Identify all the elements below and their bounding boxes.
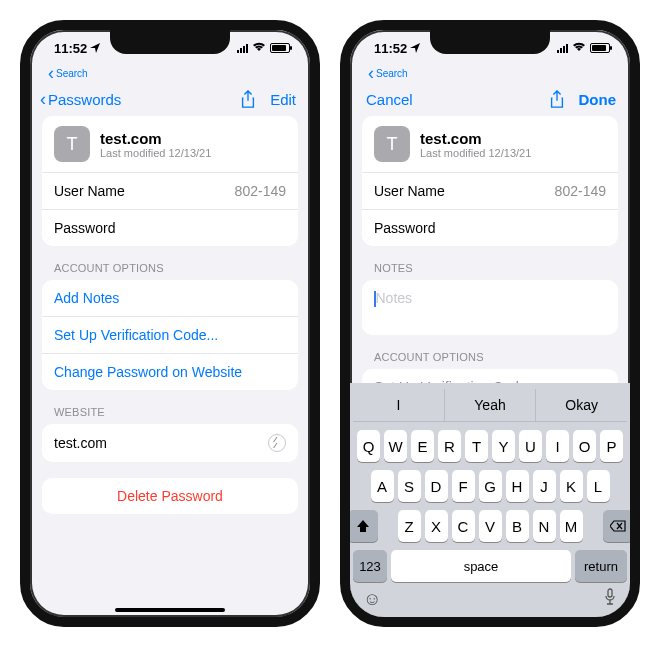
chevron-left-icon: ‹	[48, 64, 54, 82]
location-icon	[90, 43, 100, 53]
setup-verification-button[interactable]: Set Up Verification Code...	[42, 317, 298, 354]
svg-rect-0	[608, 589, 612, 597]
last-modified: Last modified 12/13/21	[420, 147, 531, 159]
key-y[interactable]: Y	[492, 430, 515, 462]
notes-section-label: NOTES	[362, 262, 618, 280]
chevron-left-icon: ‹	[40, 90, 46, 108]
space-key[interactable]: space	[391, 550, 571, 582]
key-k[interactable]: K	[560, 470, 583, 502]
website-row[interactable]: test.com	[42, 424, 298, 462]
suggestion-3[interactable]: Okay	[536, 389, 627, 421]
site-icon: T	[374, 126, 410, 162]
back-label: Passwords	[48, 91, 121, 108]
site-name: test.com	[420, 130, 531, 147]
nav-bar: ‹ Passwords Edit	[30, 84, 310, 116]
nav-bar: Cancel Done	[350, 84, 630, 116]
account-options-card: Add Notes Set Up Verification Code... Ch…	[42, 280, 298, 390]
numbers-key[interactable]: 123	[353, 550, 387, 582]
key-o[interactable]: O	[573, 430, 596, 462]
key-j[interactable]: J	[533, 470, 556, 502]
status-time: 11:52	[374, 41, 407, 56]
username-row[interactable]: User Name 802-149	[42, 173, 298, 210]
key-b[interactable]: B	[506, 510, 529, 542]
key-h[interactable]: H	[506, 470, 529, 502]
change-password-button[interactable]: Change Password on Website	[42, 354, 298, 390]
key-a[interactable]: A	[371, 470, 394, 502]
last-modified: Last modified 12/13/21	[100, 147, 211, 159]
site-name: test.com	[100, 130, 211, 147]
key-row-3: ZXCVBNM	[353, 510, 627, 542]
website-card: test.com	[42, 424, 298, 462]
password-row[interactable]: Password	[362, 210, 618, 246]
key-row-2: ASDFGHJKL	[353, 470, 627, 502]
key-n[interactable]: N	[533, 510, 556, 542]
status-time: 11:52	[54, 41, 87, 56]
cancel-button[interactable]: Cancel	[360, 91, 413, 108]
home-indicator[interactable]	[115, 608, 225, 612]
key-s[interactable]: S	[398, 470, 421, 502]
key-d[interactable]: D	[425, 470, 448, 502]
key-u[interactable]: U	[519, 430, 542, 462]
backspace-key[interactable]	[603, 510, 633, 542]
battery-icon	[270, 43, 290, 53]
breadcrumb[interactable]: ‹ Search	[30, 64, 310, 82]
key-c[interactable]: C	[452, 510, 475, 542]
key-f[interactable]: F	[452, 470, 475, 502]
key-v[interactable]: V	[479, 510, 502, 542]
notes-input[interactable]: Notes	[362, 280, 618, 335]
done-button[interactable]: Done	[579, 91, 617, 108]
key-w[interactable]: W	[384, 430, 407, 462]
location-icon	[410, 43, 420, 53]
wifi-icon	[252, 41, 266, 55]
key-r[interactable]: R	[438, 430, 461, 462]
share-icon[interactable]	[549, 90, 565, 108]
signal-icon	[557, 43, 568, 53]
emoji-key[interactable]: ☺	[363, 589, 381, 610]
wifi-icon	[572, 41, 586, 55]
site-icon: T	[54, 126, 90, 162]
notch	[430, 30, 550, 54]
password-header-card: T test.com Last modified 12/13/21 User N…	[362, 116, 618, 246]
safari-icon[interactable]	[268, 434, 286, 452]
chevron-left-icon: ‹	[368, 64, 374, 82]
key-p[interactable]: P	[600, 430, 623, 462]
shift-key[interactable]	[348, 510, 378, 542]
key-row-bottom: 123 space return	[353, 550, 627, 582]
key-x[interactable]: X	[425, 510, 448, 542]
mic-key[interactable]	[603, 588, 617, 611]
key-row-1: QWERTYUIOP	[353, 430, 627, 462]
suggestion-2[interactable]: Yeah	[444, 389, 537, 421]
iphone-frame-right: 11:52 ‹ Search Cancel Done	[340, 20, 640, 627]
key-l[interactable]: L	[587, 470, 610, 502]
return-key[interactable]: return	[575, 550, 627, 582]
breadcrumb[interactable]: ‹ Search	[350, 64, 630, 82]
signal-icon	[237, 43, 248, 53]
username-value: 802-149	[555, 183, 606, 199]
battery-icon	[590, 43, 610, 53]
password-row[interactable]: Password	[42, 210, 298, 246]
key-g[interactable]: G	[479, 470, 502, 502]
key-i[interactable]: I	[546, 430, 569, 462]
keyboard: I Yeah Okay QWERTYUIOP ASDFGHJKL ZXCVBNM…	[350, 383, 630, 617]
account-options-label: ACCOUNT OPTIONS	[42, 262, 298, 280]
delete-card: Delete Password	[42, 478, 298, 514]
share-icon[interactable]	[240, 90, 256, 108]
edit-button[interactable]: Edit	[270, 91, 296, 108]
key-z[interactable]: Z	[398, 510, 421, 542]
predictive-bar: I Yeah Okay	[353, 389, 627, 422]
password-header-card: T test.com Last modified 12/13/21 User N…	[42, 116, 298, 246]
suggestion-1[interactable]: I	[353, 389, 444, 421]
add-notes-button[interactable]: Add Notes	[42, 280, 298, 317]
website-section-label: WEBSITE	[42, 406, 298, 424]
key-m[interactable]: M	[560, 510, 583, 542]
username-row[interactable]: User Name 802-149	[362, 173, 618, 210]
back-button[interactable]: ‹ Passwords	[40, 90, 121, 108]
key-q[interactable]: Q	[357, 430, 380, 462]
account-options-label: ACCOUNT OPTIONS	[362, 351, 618, 369]
key-e[interactable]: E	[411, 430, 434, 462]
iphone-frame-left: 11:52 ‹ Search ‹ Passwords Edit	[20, 20, 320, 627]
notch	[110, 30, 230, 54]
username-value: 802-149	[235, 183, 286, 199]
key-t[interactable]: T	[465, 430, 488, 462]
delete-password-button[interactable]: Delete Password	[42, 478, 298, 514]
